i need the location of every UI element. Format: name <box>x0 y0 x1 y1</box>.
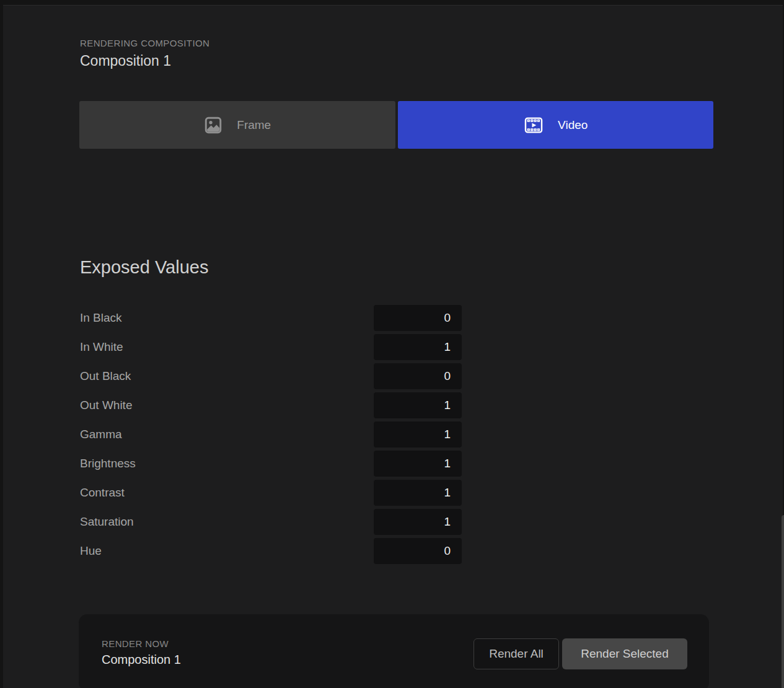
frame-toggle-label: Frame <box>237 118 271 132</box>
render-now-label: RENDER NOW <box>102 638 169 649</box>
vertical-scrollbar-thumb[interactable] <box>782 515 784 688</box>
film-icon <box>523 115 544 136</box>
exposed-value-field[interactable]: 1 <box>374 509 462 535</box>
exposed-value-field[interactable]: 1 <box>374 334 462 360</box>
exposed-value-field[interactable]: 0 <box>374 363 462 389</box>
output-format-toggle: Frame Video <box>79 101 713 149</box>
render-now-bar: RENDER NOW Composition 1 Render All Rend… <box>79 614 709 688</box>
exposed-value-row: Contrast 1 <box>80 480 462 506</box>
exposed-values-title: Exposed Values <box>80 257 208 278</box>
composition-title: Composition 1 <box>80 53 171 69</box>
rendering-composition-label: RENDERING COMPOSITION <box>80 38 209 48</box>
exposed-value-field[interactable]: 1 <box>374 451 462 477</box>
video-toggle-button[interactable]: Video <box>398 101 714 149</box>
exposed-value-field[interactable]: 1 <box>374 421 462 448</box>
image-icon <box>203 115 223 135</box>
exposed-value-field[interactable]: 1 <box>374 392 462 418</box>
render-now-composition: Composition 1 <box>102 653 181 667</box>
exposed-value-row: Hue 0 <box>80 538 462 564</box>
exposed-value-row: Out White 1 <box>80 392 462 418</box>
exposed-value-row: Out Black 0 <box>80 363 462 389</box>
exposed-value-field[interactable]: 0 <box>374 538 462 564</box>
exposed-value-field[interactable]: 0 <box>374 305 462 331</box>
exposed-value-row: Gamma 1 <box>80 421 462 448</box>
exposed-value-row: Brightness 1 <box>80 451 462 477</box>
exposed-value-row: In Black 0 <box>80 305 462 331</box>
video-toggle-label: Video <box>558 118 588 132</box>
exposed-value-field[interactable]: 1 <box>374 480 462 506</box>
exposed-value-row: In White 1 <box>80 334 462 360</box>
exposed-values-list: In Black 0 In White 1 Out Black 0 Out Wh… <box>80 305 462 567</box>
render-settings-panel: RENDERING COMPOSITION Composition 1 Fram… <box>3 5 783 688</box>
exposed-value-row: Saturation 1 <box>80 509 462 535</box>
render-all-button[interactable]: Render All <box>473 638 559 669</box>
frame-toggle-button[interactable]: Frame <box>79 101 395 149</box>
render-selected-button[interactable]: Render Selected <box>562 638 687 669</box>
